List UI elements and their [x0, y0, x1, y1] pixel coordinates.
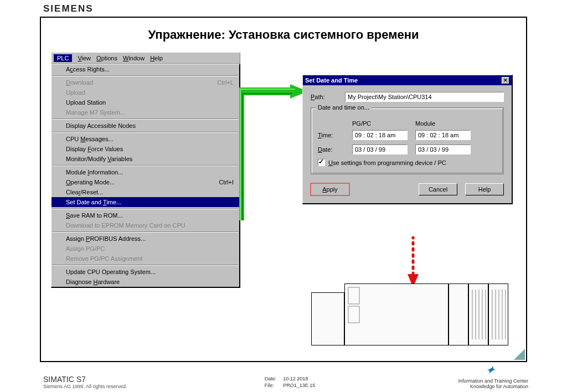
- col-module: Module: [415, 120, 478, 127]
- mi-diag-hw[interactable]: Diagnose Hardware: [51, 277, 239, 287]
- info-line2: Knowledge for Automation: [458, 384, 528, 389]
- svg-rect-4: [348, 306, 359, 323]
- menubar: PLC View Options Window Help: [51, 52, 240, 64]
- footer-date-value: 10.12.2018: [283, 376, 321, 381]
- mi-assign-pgpc: Assign PG/PC: [51, 244, 239, 254]
- svg-rect-3: [348, 287, 359, 304]
- date-pgpc-field[interactable]: [352, 145, 408, 154]
- time-module-field[interactable]: [415, 130, 471, 140]
- slide-title: Упражнение: Установка системного времени: [41, 28, 526, 42]
- group-title: Date and time on...: [316, 104, 372, 111]
- mi-remove-pgpc: Remove PG/PC Assignment: [51, 254, 239, 264]
- mi-mod-info[interactable]: Module Information...: [51, 167, 239, 177]
- menu-window[interactable]: Window: [123, 55, 145, 61]
- menu-options[interactable]: Options: [96, 55, 117, 61]
- mi-force-values[interactable]: Display Force Values: [51, 144, 239, 154]
- footer: SIMATIC S7 Siemens AG 1999. All rights r…: [43, 375, 528, 389]
- mi-set-datetime[interactable]: Set Date and Time...: [51, 197, 239, 207]
- menu-view[interactable]: View: [78, 55, 91, 61]
- dialog-titlebar: Set Date and Time ✕: [303, 75, 512, 85]
- footer-file-value: PRO1_13E.15: [283, 383, 321, 388]
- time-pgpc-field[interactable]: [352, 130, 408, 140]
- close-icon[interactable]: ✕: [502, 77, 509, 84]
- mi-manage-m7: Manage M7 System...: [51, 107, 239, 117]
- menu-plc[interactable]: PLC: [54, 54, 72, 62]
- plc-dropdown: Access Rights... DownloadCtrl+L Upload U…: [51, 64, 240, 288]
- help-button[interactable]: Help: [465, 183, 504, 195]
- date-label: Date:: [318, 146, 352, 153]
- mi-cpu-msgs[interactable]: CPU Messages...: [51, 134, 239, 144]
- mi-upload: Upload: [51, 87, 239, 97]
- mi-download: DownloadCtrl+L: [51, 78, 239, 87]
- use-settings-label: Use settings from programming device / P…: [328, 159, 446, 166]
- dialog-title: Set Date and Time: [305, 77, 358, 84]
- col-pgpc: PG/PC: [352, 120, 415, 127]
- cancel-button[interactable]: Cancel: [419, 183, 457, 195]
- mi-access-rights[interactable]: Access Rights...: [51, 64, 239, 74]
- mi-update-cpu[interactable]: Update CPU Operating System...: [51, 267, 239, 277]
- time-label: Time:: [318, 132, 352, 138]
- path-field[interactable]: My Project\My Station\CPU314: [345, 92, 504, 102]
- mi-op-mode[interactable]: Operating Mode...Ctrl+I: [51, 177, 239, 187]
- use-settings-checkbox[interactable]: [318, 159, 325, 166]
- corner-fold: [514, 349, 525, 360]
- plc-menu-panel: PLC View Options Window Help Access Righ…: [51, 52, 240, 288]
- mi-mon-mod[interactable]: Monitor/Modify Variables: [51, 154, 239, 164]
- brand-logo: SIEMENS: [43, 3, 94, 14]
- mi-upload-station[interactable]: Upload Station: [51, 97, 239, 107]
- apply-button[interactable]: Apply: [311, 183, 349, 195]
- date-module-field[interactable]: [415, 145, 471, 154]
- set-date-time-dialog: Set Date and Time ✕ Path: My Project\My …: [302, 75, 513, 204]
- datetime-group: Date and time on... PG/PC Module Time: D…: [311, 107, 504, 174]
- footer-date-label: Date:: [265, 376, 282, 381]
- mi-save-ram[interactable]: Save RAM to ROM...: [51, 210, 239, 220]
- menu-help[interactable]: Help: [150, 55, 163, 61]
- info-line1: Information and Training Center: [458, 378, 528, 384]
- arrow-green: [239, 83, 311, 233]
- slide-frame: Упражнение: Установка системного времени…: [40, 17, 527, 362]
- mi-assign-profibus[interactable]: Assign PROFIBUS Address...: [51, 234, 239, 244]
- mi-dl-eprom: Download to EPROM Memory Card on CPU: [51, 220, 239, 230]
- copyright: Siemens AG 1999. All rights reserved.: [43, 384, 127, 389]
- path-label: Path:: [311, 94, 337, 100]
- mi-display-nodes[interactable]: Display Accessible Nodes: [51, 121, 239, 131]
- mi-clear-reset[interactable]: Clear/Reset...: [51, 187, 239, 197]
- footer-file-label: File:: [265, 383, 282, 388]
- plc-rack: [311, 283, 509, 347]
- product-name: SIMATIC S7: [43, 375, 127, 384]
